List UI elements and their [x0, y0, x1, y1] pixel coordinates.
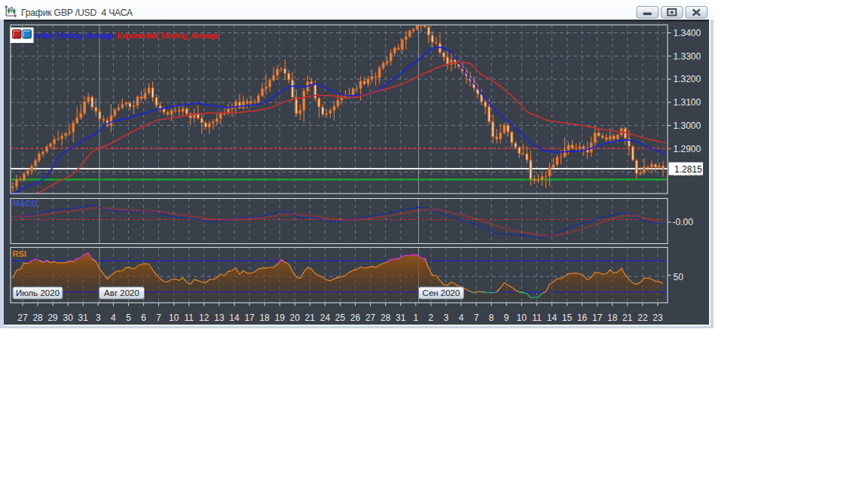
svg-text:17: 17 [592, 313, 603, 323]
svg-text:50: 50 [674, 272, 684, 282]
svg-text:1.3200: 1.3200 [674, 74, 701, 84]
svg-text:15: 15 [562, 313, 573, 323]
svg-text:11: 11 [185, 313, 194, 323]
svg-text:7: 7 [474, 313, 479, 323]
svg-text:21: 21 [622, 313, 633, 323]
svg-text:1.3100: 1.3100 [674, 97, 701, 108]
svg-text:13: 13 [214, 313, 225, 323]
svg-text:Сен 2020: Сен 2020 [423, 288, 460, 297]
svg-text:2: 2 [429, 313, 434, 323]
svg-text:6: 6 [141, 313, 146, 323]
svg-text:19: 19 [275, 313, 286, 323]
svg-text:27: 27 [365, 313, 376, 323]
svg-text:3: 3 [444, 313, 449, 323]
svg-text:29: 29 [47, 313, 58, 323]
svg-text:18: 18 [607, 313, 618, 323]
svg-text:8: 8 [489, 313, 494, 323]
svg-text:20: 20 [290, 313, 301, 323]
svg-text:7: 7 [156, 313, 161, 323]
svg-text:16: 16 [577, 313, 588, 323]
svg-text:11: 11 [532, 313, 542, 323]
svg-text:RSI: RSI [13, 249, 26, 258]
svg-text:24: 24 [320, 313, 331, 323]
svg-text:26: 26 [350, 313, 361, 323]
svg-text:14: 14 [547, 313, 558, 323]
svg-text:28: 28 [381, 313, 391, 323]
svg-text:31: 31 [78, 313, 89, 323]
svg-text:25: 25 [335, 313, 346, 323]
svg-text:30: 30 [63, 313, 74, 323]
svg-text:21: 21 [305, 313, 316, 323]
svg-text:10: 10 [517, 313, 527, 323]
svg-text:18: 18 [259, 313, 270, 323]
svg-text:10: 10 [169, 313, 179, 323]
svg-text:ential_Moving_Average: ential_Moving_Average [34, 31, 114, 40]
svg-text:График GBP /USD 4 ЧАСА: График GBP /USD 4 ЧАСА [21, 8, 133, 18]
svg-text:1: 1 [413, 313, 418, 323]
svg-text:Авг 2020: Авг 2020 [104, 288, 139, 297]
svg-text:4: 4 [459, 313, 464, 323]
svg-text:9: 9 [504, 313, 509, 323]
svg-text:22: 22 [637, 313, 648, 323]
svg-text:17: 17 [244, 313, 255, 323]
svg-text:Июль 2020: Июль 2020 [16, 288, 60, 297]
svg-text:1.3300: 1.3300 [674, 51, 701, 62]
svg-text:28: 28 [32, 313, 43, 323]
svg-text:5: 5 [126, 313, 131, 323]
svg-text:1.3000: 1.3000 [674, 120, 701, 131]
svg-text:1.2900: 1.2900 [674, 144, 701, 154]
svg-text:12: 12 [199, 313, 209, 323]
svg-text:MACD: MACD [13, 199, 38, 208]
svg-text:31: 31 [396, 313, 406, 323]
svg-text:27: 27 [17, 313, 28, 323]
svg-text:Exponential_Moving_Average: Exponential_Moving_Average [117, 31, 219, 40]
svg-text:3: 3 [96, 313, 101, 323]
svg-text:23: 23 [653, 313, 663, 323]
svg-text:1.3400: 1.3400 [674, 28, 701, 38]
svg-text:4: 4 [111, 313, 116, 323]
svg-text:1.2815: 1.2815 [674, 164, 702, 175]
svg-text:-0.00: -0.00 [673, 217, 694, 227]
svg-text:14: 14 [229, 313, 240, 323]
